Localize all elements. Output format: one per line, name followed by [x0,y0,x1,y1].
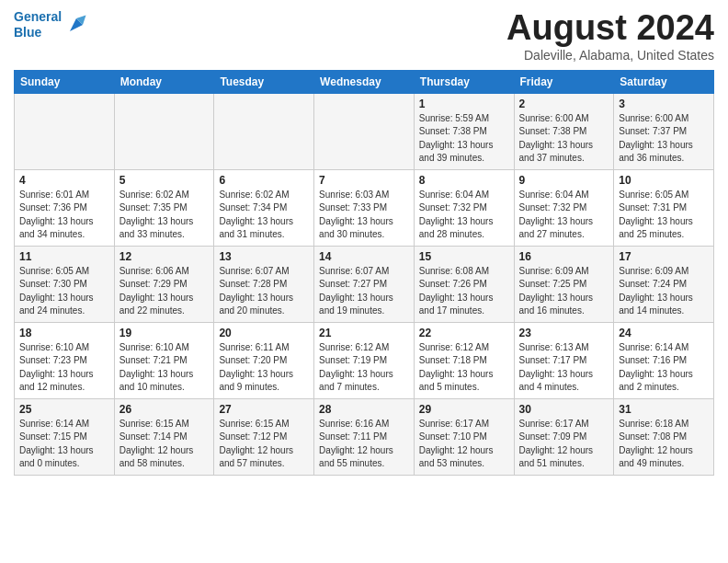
calendar-header: SundayMondayTuesdayWednesdayThursdayFrid… [15,70,714,93]
calendar-cell: 6Sunrise: 6:02 AMSunset: 7:34 PMDaylight… [214,169,314,246]
calendar-week-4: 18Sunrise: 6:10 AMSunset: 7:23 PMDayligh… [15,322,714,398]
day-number: 16 [519,250,609,263]
day-number: 23 [519,327,609,339]
day-number: 19 [119,327,210,339]
day-info: Sunrise: 6:17 AMSunset: 7:10 PMDaylight:… [419,418,509,471]
day-info: Sunrise: 6:12 AMSunset: 7:18 PMDaylight:… [419,341,509,395]
calendar-cell: 22Sunrise: 6:12 AMSunset: 7:18 PMDayligh… [414,322,514,398]
calendar-cell: 10Sunrise: 6:05 AMSunset: 7:31 PMDayligh… [614,169,714,246]
calendar-cell: 19Sunrise: 6:10 AMSunset: 7:21 PMDayligh… [114,322,214,398]
day-info: Sunrise: 6:04 AMSunset: 7:32 PMDaylight:… [419,189,509,242]
day-number: 2 [519,98,609,110]
day-number: 28 [319,403,409,416]
day-info: Sunrise: 6:08 AMSunset: 7:26 PMDaylight:… [419,265,509,318]
weekday-header-friday: Friday [514,70,614,93]
day-number: 25 [19,403,109,416]
day-number: 4 [19,174,109,187]
day-number: 22 [419,327,509,339]
calendar-table: SundayMondayTuesdayWednesdayThursdayFrid… [14,70,714,476]
title-block: August 2024 Daleville, Alabama, United S… [506,9,714,63]
calendar-cell: 18Sunrise: 6:10 AMSunset: 7:23 PMDayligh… [15,322,115,398]
calendar-cell: 11Sunrise: 6:05 AMSunset: 7:30 PMDayligh… [15,246,115,322]
day-info: Sunrise: 6:07 AMSunset: 7:27 PMDaylight:… [319,265,409,318]
calendar-week-1: 1Sunrise: 5:59 AMSunset: 7:38 PMDaylight… [15,93,714,169]
calendar-cell: 13Sunrise: 6:07 AMSunset: 7:28 PMDayligh… [214,246,314,322]
day-number: 7 [319,174,409,187]
day-number: 29 [419,403,509,416]
calendar-cell: 14Sunrise: 6:07 AMSunset: 7:27 PMDayligh… [314,246,415,322]
calendar-week-2: 4Sunrise: 6:01 AMSunset: 7:36 PMDaylight… [15,169,714,246]
day-info: Sunrise: 6:03 AMSunset: 7:33 PMDaylight:… [319,189,409,242]
day-info: Sunrise: 6:14 AMSunset: 7:16 PMDaylight:… [619,341,709,395]
calendar-cell: 28Sunrise: 6:16 AMSunset: 7:11 PMDayligh… [314,398,415,475]
day-number: 11 [19,250,109,263]
day-info: Sunrise: 6:17 AMSunset: 7:09 PMDaylight:… [519,418,609,471]
day-info: Sunrise: 6:07 AMSunset: 7:28 PMDaylight:… [219,265,309,318]
calendar-cell [15,93,115,169]
day-info: Sunrise: 6:00 AMSunset: 7:38 PMDaylight:… [519,112,609,166]
weekday-header-thursday: Thursday [414,70,514,93]
day-number: 17 [619,250,709,263]
day-info: Sunrise: 6:01 AMSunset: 7:36 PMDaylight:… [19,189,109,242]
calendar-cell: 24Sunrise: 6:14 AMSunset: 7:16 PMDayligh… [614,322,714,398]
day-number: 30 [519,403,609,416]
day-number: 14 [319,250,409,263]
day-info: Sunrise: 6:13 AMSunset: 7:17 PMDaylight:… [519,341,609,395]
day-info: Sunrise: 6:02 AMSunset: 7:34 PMDaylight:… [219,189,309,242]
calendar-week-3: 11Sunrise: 6:05 AMSunset: 7:30 PMDayligh… [15,246,714,322]
day-info: Sunrise: 6:10 AMSunset: 7:23 PMDaylight:… [19,341,109,395]
calendar-cell: 1Sunrise: 5:59 AMSunset: 7:38 PMDaylight… [414,93,514,169]
day-number: 15 [419,250,509,263]
logo-line2: Blue [14,25,41,40]
day-number: 27 [219,403,309,416]
calendar-cell: 15Sunrise: 6:08 AMSunset: 7:26 PMDayligh… [414,246,514,322]
day-number: 26 [119,403,210,416]
day-info: Sunrise: 6:11 AMSunset: 7:20 PMDaylight:… [219,341,309,395]
day-number: 24 [619,327,709,339]
calendar-week-5: 25Sunrise: 6:14 AMSunset: 7:15 PMDayligh… [15,398,714,475]
day-info: Sunrise: 6:10 AMSunset: 7:21 PMDaylight:… [119,341,210,395]
day-info: Sunrise: 6:18 AMSunset: 7:08 PMDaylight:… [619,418,709,471]
logo-line1: General [14,9,62,24]
day-info: Sunrise: 6:02 AMSunset: 7:35 PMDaylight:… [119,189,210,242]
day-info: Sunrise: 6:00 AMSunset: 7:37 PMDaylight:… [619,112,709,166]
calendar-cell: 9Sunrise: 6:04 AMSunset: 7:32 PMDaylight… [514,169,614,246]
day-number: 13 [219,250,309,263]
calendar-cell: 27Sunrise: 6:15 AMSunset: 7:12 PMDayligh… [214,398,314,475]
day-number: 12 [119,250,210,263]
calendar-cell: 2Sunrise: 6:00 AMSunset: 7:38 PMDaylight… [514,93,614,169]
day-info: Sunrise: 6:05 AMSunset: 7:31 PMDaylight:… [619,189,709,242]
calendar-cell: 3Sunrise: 6:00 AMSunset: 7:37 PMDaylight… [614,93,714,169]
calendar-cell: 5Sunrise: 6:02 AMSunset: 7:35 PMDaylight… [114,169,214,246]
day-number: 21 [319,327,409,339]
day-number: 31 [619,403,709,416]
calendar-cell [114,93,214,169]
weekday-header-monday: Monday [114,70,214,93]
day-info: Sunrise: 6:15 AMSunset: 7:14 PMDaylight:… [119,418,210,471]
day-info: Sunrise: 6:06 AMSunset: 7:29 PMDaylight:… [119,265,210,318]
calendar-body: 1Sunrise: 5:59 AMSunset: 7:38 PMDaylight… [15,93,714,475]
day-info: Sunrise: 6:16 AMSunset: 7:11 PMDaylight:… [319,418,409,471]
day-number: 1 [419,98,509,110]
day-number: 9 [519,174,609,187]
day-number: 6 [219,174,309,187]
header: General Blue August 2024 Daleville, Alab… [14,9,714,63]
calendar-cell: 21Sunrise: 6:12 AMSunset: 7:19 PMDayligh… [314,322,415,398]
calendar-cell: 12Sunrise: 6:06 AMSunset: 7:29 PMDayligh… [114,246,214,322]
day-number: 10 [619,174,709,187]
weekday-header-row: SundayMondayTuesdayWednesdayThursdayFrid… [15,70,714,93]
weekday-header-tuesday: Tuesday [214,70,314,93]
day-number: 20 [219,327,309,339]
day-info: Sunrise: 6:09 AMSunset: 7:24 PMDaylight:… [619,265,709,318]
logo-bird-icon [63,12,89,38]
calendar-cell: 4Sunrise: 6:01 AMSunset: 7:36 PMDaylight… [15,169,115,246]
logo: General Blue [14,9,89,40]
calendar-cell [314,93,415,169]
calendar-cell: 16Sunrise: 6:09 AMSunset: 7:25 PMDayligh… [514,246,614,322]
weekday-header-sunday: Sunday [15,70,115,93]
weekday-header-saturday: Saturday [614,70,714,93]
day-info: Sunrise: 6:05 AMSunset: 7:30 PMDaylight:… [19,265,109,318]
day-number: 8 [419,174,509,187]
day-number: 18 [19,327,109,339]
calendar-cell: 25Sunrise: 6:14 AMSunset: 7:15 PMDayligh… [15,398,115,475]
